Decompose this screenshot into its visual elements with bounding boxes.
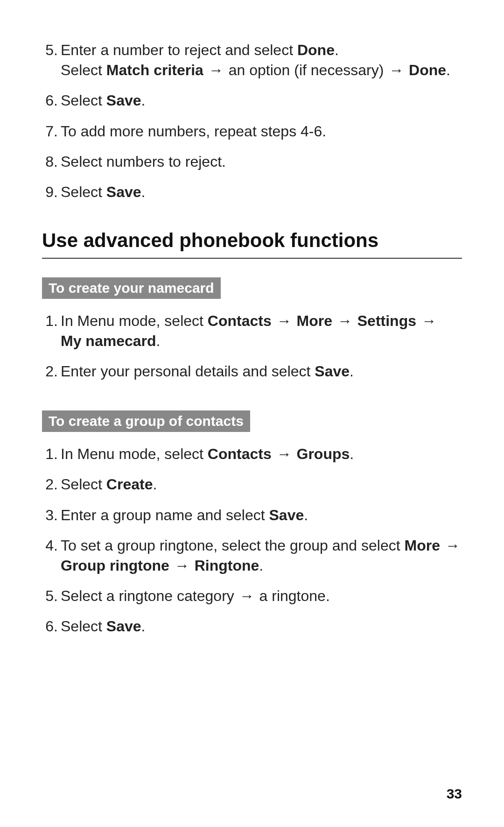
step-text: To add more numbers, repeat steps 4-6. — [61, 121, 462, 141]
step-number: 6. — [42, 91, 61, 111]
list-item: 9. Select Save. — [42, 182, 462, 202]
list-item: 2. Enter your personal details and selec… — [42, 361, 462, 382]
step-number: 6. — [42, 616, 61, 636]
subheading-namecard: To create your namecard — [42, 277, 221, 299]
subheading-group: To create a group of contacts — [42, 410, 250, 432]
step-text: Select a ringtone category → a ringtone. — [61, 586, 462, 606]
list-item: 4. To set a group ringtone, select the g… — [42, 536, 462, 576]
arrow-icon: → — [444, 537, 461, 554]
list-item: 6. Select Save. — [42, 91, 462, 111]
step-text: Select Save. — [61, 182, 462, 202]
step-number: 5. — [42, 586, 61, 606]
step-text: In Menu mode, select Contacts → More → S… — [61, 311, 462, 351]
step-text: Select Create. — [61, 474, 462, 495]
steps-list-a: 5. Enter a number to reject and select D… — [42, 40, 462, 202]
step-number: 1. — [42, 311, 61, 351]
arrow-icon: → — [336, 312, 353, 329]
list-item: 5. Enter a number to reject and select D… — [42, 40, 462, 80]
arrow-icon: → — [174, 557, 190, 574]
step-number: 3. — [42, 505, 61, 525]
page-number: 33 — [447, 786, 462, 802]
section-heading: Use advanced phonebook functions — [42, 228, 462, 259]
list-item: 1. In Menu mode, select Contacts → More … — [42, 311, 462, 351]
list-item: 1. In Menu mode, select Contacts → Group… — [42, 444, 462, 464]
step-text: Enter a group name and select Save. — [61, 505, 462, 525]
step-text: Enter a number to reject and select Done… — [61, 40, 462, 80]
list-item: 7. To add more numbers, repeat steps 4-6… — [42, 121, 462, 141]
steps-list-c: 1. In Menu mode, select Contacts → Group… — [42, 444, 462, 636]
step-number: 2. — [42, 361, 61, 382]
step-number: 4. — [42, 536, 61, 576]
list-item: 8. Select numbers to reject. — [42, 152, 462, 172]
list-item: 6. Select Save. — [42, 616, 462, 636]
list-item: 2. Select Create. — [42, 474, 462, 495]
step-text: Enter your personal details and select S… — [61, 361, 462, 382]
arrow-icon: → — [276, 312, 293, 329]
arrow-icon: → — [420, 312, 437, 329]
arrow-icon: → — [388, 62, 405, 78]
step-number: 2. — [42, 474, 61, 495]
step-text: Select numbers to reject. — [61, 152, 462, 172]
list-item: 3. Enter a group name and select Save. — [42, 505, 462, 525]
step-text: In Menu mode, select Contacts → Groups. — [61, 444, 462, 464]
step-number: 5. — [42, 40, 61, 80]
step-number: 8. — [42, 152, 61, 172]
steps-list-b: 1. In Menu mode, select Contacts → More … — [42, 311, 462, 382]
step-number: 9. — [42, 182, 61, 202]
arrow-icon: → — [238, 587, 255, 604]
step-text: Select Save. — [61, 616, 462, 636]
step-number: 1. — [42, 444, 61, 464]
list-item: 5. Select a ringtone category → a ringto… — [42, 586, 462, 606]
step-text: Select Save. — [61, 91, 462, 111]
arrow-icon: → — [208, 62, 224, 78]
step-number: 7. — [42, 121, 61, 141]
step-text: To set a group ringtone, select the grou… — [61, 536, 462, 576]
arrow-icon: → — [276, 445, 293, 462]
